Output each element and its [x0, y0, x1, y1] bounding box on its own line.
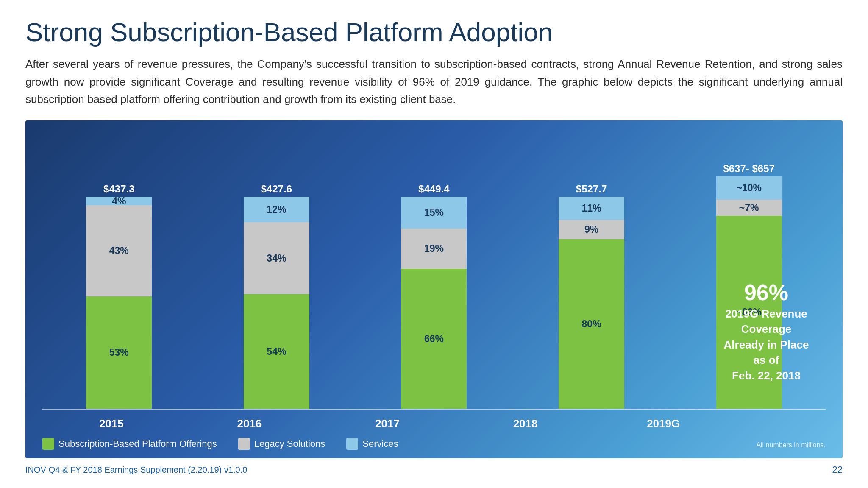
year-label-2019G: 2019G: [594, 414, 732, 430]
seg-subscription-2017: 66%: [401, 269, 467, 409]
bar-wrapper-2018: 11%9%80%: [559, 197, 624, 409]
seg-subscription-2015: 53%: [86, 296, 152, 409]
annotation-pct: 96%: [720, 282, 813, 304]
bar-col-2018: $527.711%9%80%: [515, 183, 668, 409]
all-numbers-note: All numbers in millions.: [756, 441, 826, 449]
year-label-2015: 2015: [42, 414, 181, 430]
page-title: Strong Subscription-Based Platform Adopt…: [25, 17, 843, 47]
seg-legacy-2018: 9%: [559, 220, 624, 239]
bars-main: $437.34%43%53%$427.612%34%54%$449.415%19…: [42, 133, 826, 409]
bar-total-2016: $427.6: [261, 183, 292, 195]
bar-wrapper-2015: 4%43%53%: [86, 197, 152, 409]
bar-wrapper-2016: 12%34%54%: [244, 197, 309, 409]
seg-services-2018: 11%: [559, 197, 624, 220]
seg-legacy-2016: 34%: [244, 222, 309, 294]
annotation-box: 96% 2019G RevenueCoverageAlready in Plac…: [720, 282, 813, 383]
bar-total-2018: $527.7: [576, 183, 607, 195]
legend-color-services: [346, 438, 358, 450]
subtitle-text: After several years of revenue pressures…: [25, 56, 843, 109]
page-container: Strong Subscription-Based Platform Adopt…: [0, 0, 868, 488]
year-labels-row: 20152016201720182019G: [42, 410, 826, 432]
legend-label-subscription: Subscription-Based Platform Offerings: [58, 438, 217, 449]
legend-subscription: Subscription-Based Platform Offerings: [42, 438, 217, 450]
seg-subscription-2016: 54%: [244, 294, 309, 409]
seg-services-2015: 4%: [86, 197, 152, 205]
seg-subscription-2018: 80%: [559, 239, 624, 409]
footer-right: 22: [832, 464, 843, 475]
seg-legacy-2015: 43%: [86, 205, 152, 296]
year-label-2017: 2017: [318, 414, 456, 430]
seg-services-2016: 12%: [244, 197, 309, 222]
bar-col-2017: $449.415%19%66%: [357, 183, 511, 409]
footer: INOV Q4 & FY 2018 Earnings Supplement (2…: [25, 458, 843, 475]
bar-total-2015: $437.3: [103, 183, 134, 195]
seg-services-2017: 15%: [401, 197, 467, 229]
legend-services: Services: [346, 438, 398, 450]
bar-col-2016: $427.612%34%54%: [200, 183, 353, 409]
legend-legacy: Legacy Solutions: [238, 438, 326, 450]
footer-left: INOV Q4 & FY 2018 Earnings Supplement (2…: [25, 465, 247, 475]
bar-col-2015: $437.34%43%53%: [42, 183, 196, 409]
bars-and-annotation: $437.34%43%53%$427.612%34%54%$449.415%19…: [42, 133, 826, 409]
seg-services-2019G: ~10%: [716, 176, 782, 200]
legend-color-legacy: [238, 438, 250, 450]
legend-label-services: Services: [362, 438, 398, 449]
annotation-text: 2019G RevenueCoverageAlready in Placeas …: [720, 306, 813, 383]
bar-total-2019G: $637- $657: [723, 163, 774, 175]
bar-total-2017: $449.4: [418, 183, 449, 195]
legend-label-legacy: Legacy Solutions: [254, 438, 326, 449]
year-label-2018: 2018: [456, 414, 595, 430]
seg-legacy-2019G: ~7%: [716, 200, 782, 216]
legend-area: Subscription-Based Platform Offerings Le…: [42, 432, 826, 450]
chart-area: $437.34%43%53%$427.612%34%54%$449.415%19…: [25, 120, 843, 458]
year-label-2016: 2016: [181, 414, 319, 430]
legend-color-subscription: [42, 438, 54, 450]
bar-wrapper-2017: 15%19%66%: [401, 197, 467, 409]
seg-legacy-2017: 19%: [401, 229, 467, 269]
